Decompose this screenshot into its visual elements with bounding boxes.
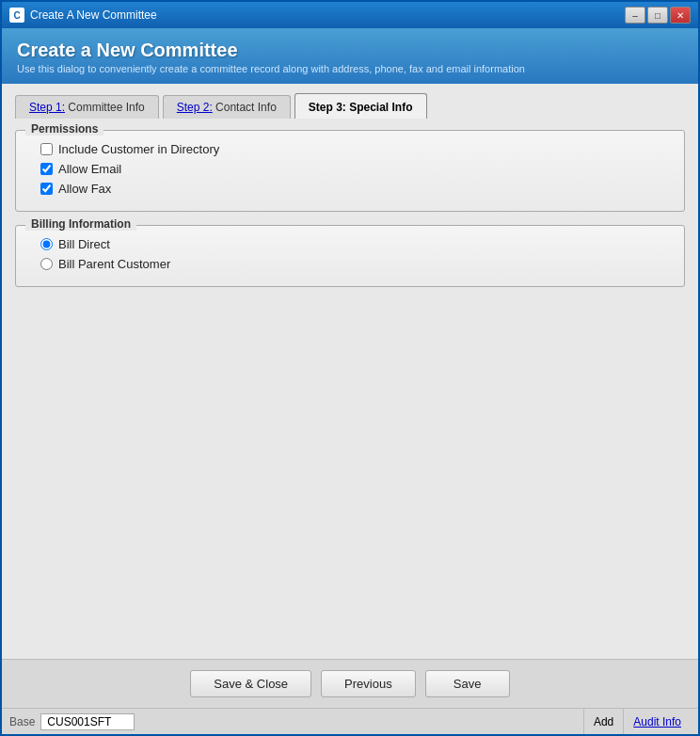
- billing-section: Billing Information Bill Direct Bill Par…: [15, 225, 685, 287]
- allow-email-checkbox[interactable]: [40, 163, 53, 175]
- status-base-value: CUS001SFT: [40, 713, 135, 730]
- tab-contact-info[interactable]: Step 2: Contact Info: [163, 95, 291, 119]
- checkbox-row-allow-fax: Allow Fax: [40, 182, 669, 196]
- permissions-title: Permissions: [25, 122, 103, 136]
- status-bar: Base CUS001SFT Add Audit Info: [2, 708, 698, 734]
- main-window: C Create A New Committee – □ ✕ Create a …: [0, 0, 700, 736]
- tab-special-info-label: Step 3: Special Info: [309, 101, 413, 114]
- previous-button[interactable]: Previous: [321, 670, 416, 697]
- maximize-button[interactable]: □: [647, 7, 668, 24]
- allow-fax-label: Allow Fax: [58, 182, 111, 196]
- audit-info-link[interactable]: Audit Info: [624, 709, 691, 734]
- billing-title: Billing Information: [25, 217, 136, 231]
- checkbox-row-allow-email: Allow Email: [40, 162, 669, 176]
- allow-fax-checkbox[interactable]: [40, 183, 53, 195]
- tab-contact-info-link[interactable]: Step 2:: [177, 101, 213, 114]
- bill-direct-radio[interactable]: [40, 238, 53, 250]
- status-add[interactable]: Add: [583, 709, 624, 734]
- title-bar-text: Create A New Committee: [30, 8, 619, 22]
- header-title: Create a New Committee: [17, 40, 683, 61]
- radio-row-bill-direct: Bill Direct: [40, 237, 669, 251]
- title-bar-buttons: – □ ✕: [625, 7, 691, 24]
- minimize-button[interactable]: –: [625, 7, 645, 24]
- bill-parent-radio[interactable]: [40, 258, 53, 270]
- bill-parent-label: Bill Parent Customer: [58, 257, 170, 271]
- header-subtitle: Use this dialog to conveniently create a…: [17, 63, 683, 74]
- bill-direct-label: Bill Direct: [58, 237, 110, 251]
- include-directory-checkbox[interactable]: [40, 143, 53, 155]
- header: Create a New Committee Use this dialog t…: [2, 28, 698, 84]
- title-bar: C Create A New Committee – □ ✕: [2, 2, 698, 28]
- permissions-section: Permissions Include Customer in Director…: [15, 130, 685, 212]
- tab-committee-info[interactable]: Step 1: Committee Info: [15, 95, 159, 119]
- button-bar: Save & Close Previous Save: [2, 659, 698, 708]
- save-button[interactable]: Save: [425, 670, 510, 697]
- include-directory-label: Include Customer in Directory: [58, 142, 219, 156]
- tab-contact-info-label: Contact Info: [213, 101, 277, 114]
- radio-row-bill-parent: Bill Parent Customer: [40, 257, 669, 271]
- tab-special-info[interactable]: Step 3: Special Info: [294, 93, 427, 119]
- tabs-row: Step 1: Committee Info Step 2: Contact I…: [15, 93, 685, 119]
- allow-email-label: Allow Email: [58, 162, 121, 176]
- close-button[interactable]: ✕: [670, 7, 691, 24]
- save-close-button[interactable]: Save & Close: [190, 670, 311, 697]
- tab-committee-info-link[interactable]: Step 1:: [29, 101, 65, 114]
- checkbox-row-include-directory: Include Customer in Directory: [40, 142, 669, 156]
- status-base-label: Base: [9, 715, 35, 728]
- content-area: Step 1: Committee Info Step 2: Contact I…: [2, 84, 698, 659]
- window-icon: C: [9, 8, 24, 23]
- tab-committee-info-label: Committee Info: [65, 101, 145, 114]
